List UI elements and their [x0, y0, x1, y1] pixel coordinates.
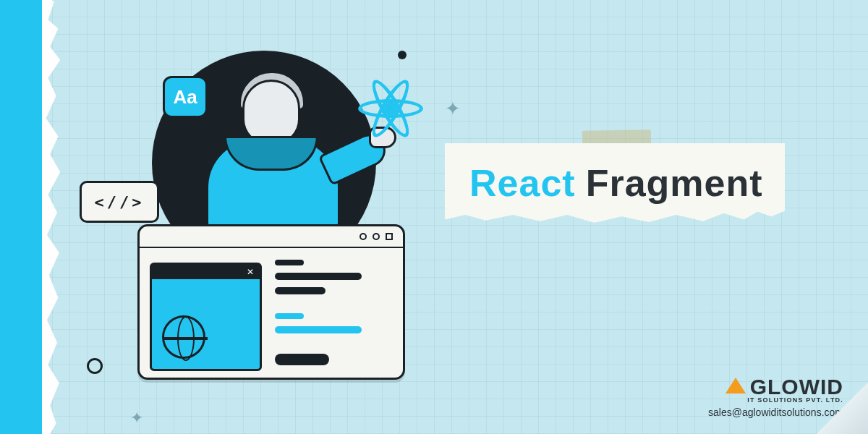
browser-window-card: ✕	[137, 224, 405, 380]
window-titlebar	[140, 226, 403, 248]
person-head	[242, 80, 300, 145]
window-control-icon	[386, 233, 393, 240]
title-word-react: React	[469, 161, 576, 205]
window-body: ✕	[140, 248, 403, 378]
window-control-icon	[359, 233, 367, 240]
dot-decoration-icon	[398, 51, 407, 59]
left-color-strip	[0, 0, 46, 434]
react-logo-icon	[351, 69, 430, 148]
typography-badge: Aa	[163, 76, 208, 118]
page-corner-fold	[817, 383, 868, 434]
code-badge-label: <//>	[95, 193, 145, 211]
sparkle-icon: ✦	[445, 98, 461, 120]
popup-titlebar: ✕	[152, 265, 260, 279]
popup-panel: ✕	[150, 263, 262, 371]
title-card: React Fragment	[445, 143, 785, 223]
close-icon: ✕	[247, 267, 254, 277]
hero-illustration: Aa <//> ✕	[80, 51, 412, 391]
code-badge: <//>	[80, 181, 159, 223]
brand-triangle-icon	[726, 378, 746, 393]
globe-icon	[162, 315, 205, 359]
title-word-fragment: Fragment	[586, 161, 763, 205]
typography-badge-label: Aa	[173, 86, 197, 109]
sparkle-icon: ✦	[130, 409, 143, 427]
ring-decoration-icon	[87, 358, 103, 374]
form-placeholder-lines	[275, 258, 393, 367]
window-control-icon	[373, 233, 380, 240]
